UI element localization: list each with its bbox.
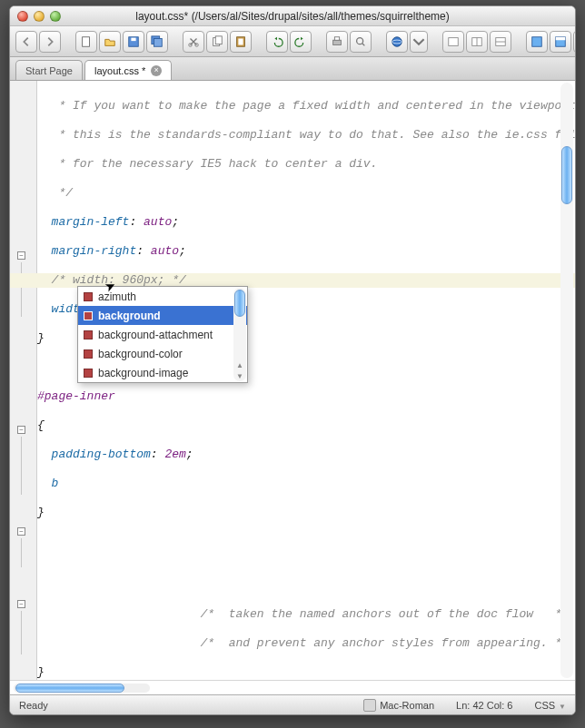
autocomplete-item[interactable]: azimuth (78, 287, 247, 306)
scrollbar-thumb[interactable] (15, 684, 124, 693)
property-icon (84, 369, 93, 378)
print-button[interactable] (326, 31, 348, 53)
code-content: * If you want to make the page a fixed w… (37, 84, 559, 715)
window-title: layout.css* (/Users/al/Sites/drupal/site… (135, 10, 449, 23)
panel-a-button[interactable] (526, 31, 548, 53)
svg-rect-11 (333, 40, 342, 44)
app-window: layout.css* (/Users/al/Sites/drupal/site… (9, 5, 576, 715)
fold-toggle[interactable]: − (17, 600, 25, 608)
preview-button[interactable] (350, 31, 372, 53)
autocomplete-item[interactable]: background-image (78, 363, 247, 382)
scrollbar-down-arrow[interactable]: ▼ (233, 370, 246, 381)
fold-toggle[interactable]: − (17, 426, 25, 434)
svg-rect-23 (556, 36, 566, 40)
scrollbar-up-arrow[interactable]: ▲ (233, 359, 246, 370)
vertical-scrollbar[interactable] (560, 83, 573, 678)
zoom-window-button[interactable] (50, 11, 61, 22)
svg-rect-16 (449, 37, 459, 45)
browser-preview-menu-button[interactable] (410, 31, 428, 53)
gutter-fold-column: − − − − (10, 81, 37, 680)
cut-button[interactable] (183, 31, 204, 53)
svg-rect-10 (238, 38, 243, 44)
save-all-button[interactable] (146, 31, 168, 53)
tabstrip: Start Page layout.css * × (10, 57, 575, 81)
svg-rect-21 (532, 36, 542, 46)
close-window-button[interactable] (17, 11, 28, 22)
titlebar: layout.css* (/Users/al/Sites/drupal/site… (10, 6, 575, 26)
minimize-window-button[interactable] (34, 11, 45, 22)
property-icon (84, 292, 93, 301)
svg-rect-4 (154, 38, 163, 46)
horizontal-scrollbar[interactable] (14, 684, 150, 693)
copy-button[interactable] (206, 31, 228, 53)
window-controls (17, 11, 61, 22)
paste-button[interactable] (230, 31, 252, 53)
scrollbar-thumb[interactable] (234, 290, 245, 317)
property-icon (84, 349, 93, 359)
toolbox-b-button[interactable] (466, 31, 488, 53)
scrollbar-thumb[interactable] (561, 146, 572, 204)
fold-toggle[interactable]: − (17, 527, 25, 536)
svg-rect-0 (83, 36, 90, 46)
nav-back-button[interactable] (15, 31, 37, 53)
property-icon (84, 311, 93, 320)
autocomplete-item[interactable]: background-attachment (78, 325, 247, 344)
property-icon (84, 330, 93, 339)
tab-file[interactable]: layout.css * × (84, 60, 172, 80)
autocomplete-item[interactable]: background-color (78, 344, 247, 363)
new-file-button[interactable] (75, 31, 97, 53)
tab-label: Start Page (25, 65, 73, 76)
chevron-down-icon: ▼ (559, 703, 566, 711)
open-file-button[interactable] (99, 31, 121, 53)
tab-start-page[interactable]: Start Page (15, 60, 83, 80)
undo-button[interactable] (266, 31, 288, 53)
browser-preview-button[interactable] (386, 31, 408, 53)
panel-b-button[interactable] (550, 31, 571, 53)
svg-point-14 (392, 36, 402, 46)
nav-forward-button[interactable] (39, 31, 61, 53)
toolbox-c-button[interactable] (490, 31, 511, 53)
tab-close-button[interactable]: × (151, 65, 162, 76)
fold-toggle[interactable]: − (17, 251, 25, 260)
svg-rect-8 (215, 35, 222, 44)
toolbox-a-button[interactable] (442, 31, 464, 53)
toolbar (10, 26, 575, 57)
svg-rect-12 (334, 36, 339, 40)
autocomplete-popup: azimuth background background-attachment… (77, 286, 248, 383)
svg-rect-2 (131, 37, 135, 41)
svg-point-13 (357, 37, 363, 44)
save-file-button[interactable] (123, 31, 144, 53)
autocomplete-scrollbar[interactable]: ▲ ▼ (233, 288, 246, 381)
autocomplete-item[interactable]: background (78, 306, 247, 325)
panel-c-button[interactable] (573, 31, 576, 53)
code-editor[interactable]: − − − − * If you want to make the page a… (10, 81, 575, 680)
redo-button[interactable] (290, 31, 312, 53)
tab-label: layout.css * (94, 65, 145, 76)
